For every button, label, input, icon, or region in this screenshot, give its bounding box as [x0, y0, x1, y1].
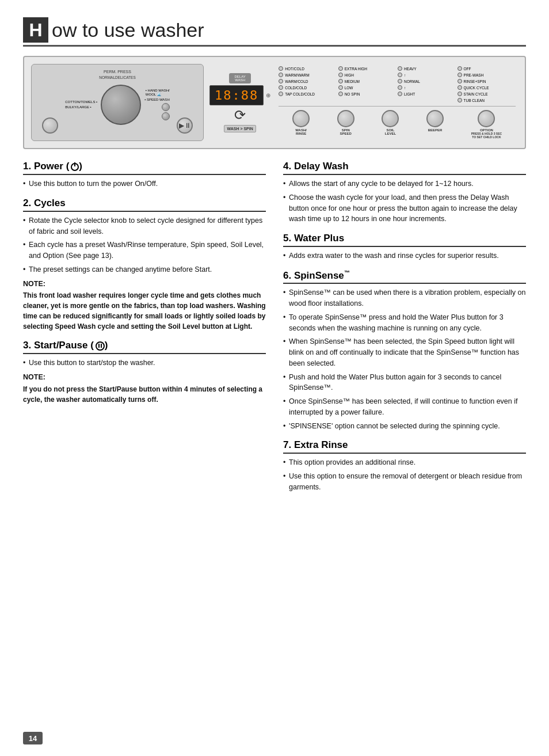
- wash-spin-label: WASH > SPIN: [224, 125, 256, 132]
- opt-normal: NORMAL: [398, 79, 456, 83]
- cycles-bullet-2: Each cycle has a preset Wash/Rinse tempe…: [23, 240, 266, 261]
- power-icon: [71, 163, 79, 171]
- section-power-title: 1. Power (): [23, 161, 266, 175]
- options-col: OFF PRE-WASH RINSE+SPIN QUICK CYCLE STAI…: [458, 66, 516, 102]
- delaywash-bullet-2: Choose the wash cycle for your load, and…: [283, 192, 526, 225]
- washer-right-panel: HOT/COLD WARM/WARM WARM/COLD COLD/COLD T…: [276, 64, 518, 141]
- section-spinsense-title: 6. SpinSense™: [283, 269, 526, 284]
- power-button[interactable]: [42, 117, 58, 134]
- spinsense-bullet-3: When SpinSense™ has been selected, the S…: [283, 336, 526, 368]
- section-waterplus-title: 5. Water Plus: [283, 233, 526, 247]
- beeper-btn[interactable]: BEEPER: [426, 110, 444, 139]
- left-column: 1. Power () Use this button to turn the …: [23, 161, 266, 501]
- spinsense-bullet-4: Push and hold the Water Plus button agai…: [283, 372, 526, 394]
- temp-col: HOT/COLD WARM/WARM WARM/COLD COLD/COLD T…: [279, 66, 337, 102]
- power-bullet: Use this button to turn the power On/Off…: [23, 178, 266, 189]
- washer-center-panel: DELAYWASH 18:88 ⊕ ⟳ WASH > SPIN: [209, 64, 270, 141]
- cycles-note-body: This front load washer requires longer c…: [23, 290, 266, 332]
- section-startpause-body: Use this button to start/stop the washer…: [23, 358, 266, 405]
- delay-wash-indicator: DELAYWASH: [229, 73, 251, 83]
- section-cycles-title: 2. Cycles: [23, 197, 266, 212]
- section-extra-rinse: 7. Extra Rinse This option provides an a…: [283, 439, 526, 492]
- section-power-body: Use this button to turn the power On/Off…: [23, 178, 266, 189]
- cycles-note-label: NOTE:: [23, 279, 266, 290]
- water-plus-knob[interactable]: [162, 103, 170, 111]
- page-number: 14: [23, 732, 43, 744]
- opt-staincycle: STAIN CYCLE: [458, 92, 516, 96]
- opt-warmwarm: WARM/WARM: [279, 73, 337, 77]
- opt-warmcold: WARM/COLD: [279, 79, 337, 83]
- section-start-pause: 3. Start/Pause () Use this button to sta…: [23, 340, 266, 405]
- opt-high: HIGH: [338, 73, 396, 77]
- extrarinse-bullet-2: Use this option to ensure the removal of…: [283, 471, 526, 493]
- opt-heavy: HEAVY: [398, 66, 456, 71]
- opt-arrow-up1: ↑: [398, 73, 456, 77]
- opt-off: OFF: [458, 66, 516, 71]
- content-columns: 1. Power () Use this button to turn the …: [23, 161, 526, 501]
- opt-prewash: PRE-WASH: [458, 73, 516, 77]
- spinsense-bullet-5: Once SpinSense™ has been selected, if wi…: [283, 396, 526, 418]
- section-spinsense: 6. SpinSense™ SpinSense™ can be used whe…: [283, 269, 526, 432]
- wash-rinse-btn[interactable]: WASH/RINSE: [292, 110, 310, 139]
- section-power: 1. Power () Use this button to turn the …: [23, 161, 266, 189]
- cycles-bullet-3: The preset settings can be changed anyti…: [23, 264, 266, 275]
- page-header: H ow to use washer: [23, 17, 526, 47]
- spin-speed-btn[interactable]: SPINSPEED: [337, 110, 354, 139]
- soil-level-btn[interactable]: SOILLEVEL: [382, 110, 399, 139]
- soil-col: HEAVY ↑ NORMAL ↑ LIGHT: [398, 66, 456, 102]
- section-cycles-body: Rotate the Cycle selector knob to select…: [23, 215, 266, 332]
- option-btn[interactable]: OPTIONPRESS & HOLD 3 SECTO SET CHILD LOC…: [471, 110, 502, 139]
- opt-quickcycle: QUICK CYCLE: [458, 85, 516, 90]
- waterplus-bullet: Adds extra water to the wash and rinse c…: [283, 250, 526, 261]
- section-spinsense-body: SpinSense™ can be used when there is a v…: [283, 287, 526, 431]
- section-startpause-title: 3. Start/Pause (): [23, 340, 266, 354]
- section-water-plus: 5. Water Plus Adds extra water to the wa…: [283, 233, 526, 261]
- page-title: ow to use washer: [52, 19, 204, 41]
- pause-icon: [96, 341, 105, 351]
- opt-medium: MEDIUM: [338, 79, 396, 83]
- opt-low: LOW: [338, 85, 396, 90]
- section-extrarinse-title: 7. Extra Rinse: [283, 439, 526, 454]
- spinsense-bullet-1: SpinSense™ can be used when there is a v…: [283, 287, 526, 309]
- startpause-note-body: If you do not press the Start/Pause butt…: [23, 384, 266, 405]
- section-cycles: 2. Cycles Rotate the Cycle selector knob…: [23, 197, 266, 332]
- time-display: 18:88: [209, 85, 264, 105]
- cycle-knob[interactable]: [101, 85, 141, 125]
- startpause-bullet: Use this button to start/stop the washer…: [23, 358, 266, 368]
- section-delaywash-body: Allows the start of any cycle to be dela…: [283, 178, 526, 225]
- opt-light: LIGHT: [398, 92, 456, 96]
- opt-rinsespin: RINSE+SPIN: [458, 79, 516, 83]
- opt-tubclean: TUB CLEAN: [458, 98, 516, 102]
- section-delaywash-title: 4. Delay Wash: [283, 161, 526, 175]
- start-pause-button[interactable]: ▶⏸: [177, 117, 193, 134]
- opt-nospin: NO SPIN: [338, 92, 396, 96]
- washer-diagram: PERM. PRESS NORMALDELICATES COTTON/TOWEL…: [23, 56, 526, 149]
- delaywash-bullet-1: Allows the start of any cycle to be dela…: [283, 178, 526, 189]
- extrarinse-bullet-1: This option provides an additional rinse…: [283, 457, 526, 468]
- washer-left-panel: PERM. PRESS NORMALDELICATES COTTON/TOWEL…: [31, 64, 204, 141]
- opt-hotcold: HOT/COLD: [279, 66, 337, 71]
- knob-row: COTTON/TOWELS • BULKY/LARGE • • HAND WAS…: [65, 85, 169, 125]
- section-waterplus-body: Adds extra water to the wash and rinse c…: [283, 250, 526, 261]
- spinsense-bullet-6: 'SPINSENSE' option cannot be selected du…: [283, 421, 526, 432]
- opt-extrahigh: EXTRA HIGH: [338, 66, 396, 71]
- cycle-labels: PERM. PRESS NORMALDELICATES: [99, 69, 135, 80]
- right-column: 4. Delay Wash Allows the start of any cy…: [283, 161, 526, 501]
- spinsense-bullet-2: To operate SpinSense™ press and hold the…: [283, 312, 526, 334]
- opt-arrow-up2: ↑: [398, 85, 456, 90]
- opt-coldcold: COLD/COLD: [279, 85, 337, 90]
- startpause-note-label: NOTE:: [23, 372, 266, 383]
- spin-icon: ⟳: [234, 107, 246, 123]
- section-delay-wash: 4. Delay Wash Allows the start of any cy…: [283, 161, 526, 225]
- opt-tapcold: TAP COLD/COLD: [279, 92, 337, 96]
- cycles-bullet-1: Rotate the Cycle selector knob to select…: [23, 215, 266, 237]
- section-extrarinse-body: This option provides an additional rinse…: [283, 457, 526, 492]
- spin-col: EXTRA HIGH HIGH MEDIUM LOW NO SPIN: [338, 66, 396, 102]
- extra-rinse-knob[interactable]: [162, 112, 170, 120]
- header-h-letter: H: [23, 17, 48, 43]
